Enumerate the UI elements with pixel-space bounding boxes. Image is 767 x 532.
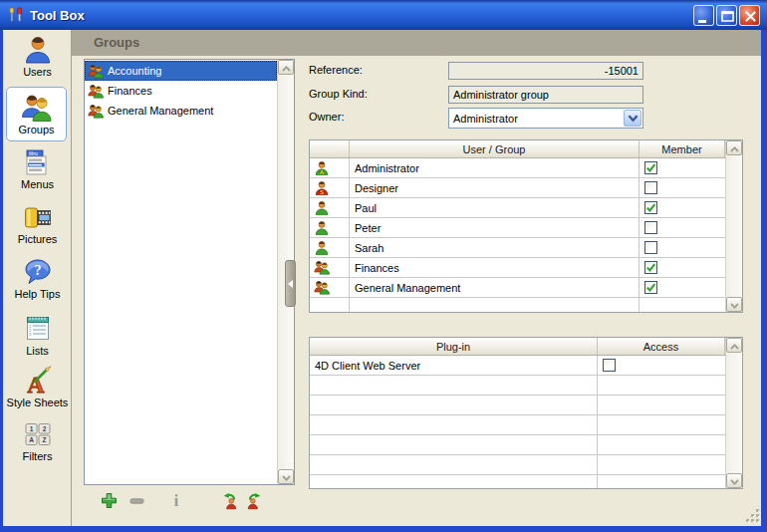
- name-cell: [310, 475, 598, 488]
- user-icon: [310, 218, 350, 237]
- scroll-up-button[interactable]: [726, 140, 742, 155]
- scroll-down-button[interactable]: [726, 297, 742, 312]
- plugins-table-body: 4D Client Web Server: [310, 356, 725, 488]
- name-cell: [310, 455, 598, 474]
- delete-group-button[interactable]: [126, 491, 147, 511]
- sidebar-item-help-tips[interactable]: ?Help Tips: [3, 256, 72, 300]
- icon-column-header: [310, 140, 350, 157]
- member-checkbox[interactable]: [644, 161, 657, 174]
- empty-row: [310, 435, 725, 455]
- members-table-header: User / Group Member: [310, 140, 725, 158]
- chevron-down-icon: [730, 299, 739, 311]
- group-list-item[interactable]: Finances: [85, 81, 277, 101]
- members-table-scrollbar[interactable]: [725, 140, 742, 312]
- member-cell: [639, 198, 725, 217]
- titlebar[interactable]: Tool Box: [0, 0, 767, 30]
- scroll-track[interactable]: [726, 155, 742, 297]
- plugins-table-header: Plug-in Access: [310, 338, 725, 356]
- member-column-header[interactable]: Member: [639, 140, 725, 157]
- members-table-body: AAdministratorSDesignerPaulPeterSarahFin…: [310, 158, 725, 312]
- help-tips-icon: ?: [3, 256, 72, 288]
- access-checkbox[interactable]: [603, 359, 616, 372]
- svg-text:1: 1: [29, 425, 33, 432]
- access-cell: [598, 415, 725, 434]
- members-table-main: User / Group Member AAdministratorSDesig…: [310, 140, 725, 312]
- user-group-name: Paul: [350, 198, 639, 217]
- add-group-button[interactable]: [98, 491, 120, 511]
- user-group-name: Finances: [350, 258, 639, 277]
- group-info-button[interactable]: i: [165, 491, 187, 511]
- user-group-name: Designer: [350, 178, 639, 197]
- resize-grip[interactable]: [746, 509, 760, 525]
- svg-text:A: A: [29, 436, 34, 443]
- member-checkbox[interactable]: [644, 281, 657, 294]
- access-cell: [598, 356, 725, 375]
- minimize-button[interactable]: [693, 5, 714, 26]
- user-group-name: Peter: [350, 218, 639, 237]
- plugin-name: 4D Client Web Server: [310, 356, 598, 375]
- scroll-up-button[interactable]: [278, 60, 294, 75]
- group-list-item[interactable]: General Management: [85, 101, 277, 121]
- sidebar-item-lists[interactable]: 123Lists: [3, 313, 72, 357]
- toolbox-window: Tool Box Groups UsersGroupsMnuMenusPictu…: [0, 0, 767, 532]
- empty-row: [310, 376, 725, 396]
- empty-row: [310, 298, 725, 312]
- reference-field[interactable]: -15001: [448, 62, 643, 80]
- move-user-in-button[interactable]: [245, 491, 267, 511]
- sidebar-item-users[interactable]: Users: [3, 34, 72, 78]
- pane-splitter[interactable]: [285, 260, 296, 307]
- group-small-icon: [310, 258, 350, 277]
- member-cell: [639, 238, 725, 257]
- sidebar-item-style-sheets[interactable]: AStyle Sheets: [3, 365, 72, 408]
- filters-icon: 12AZ: [3, 418, 72, 450]
- member-checkbox[interactable]: [644, 201, 657, 214]
- close-button[interactable]: [739, 5, 760, 26]
- sidebar-item-filters[interactable]: 12AZFilters: [3, 418, 72, 462]
- move-user-out-button[interactable]: [217, 491, 239, 511]
- sidebar-item-label: Users: [3, 66, 72, 78]
- member-checkbox[interactable]: [644, 261, 657, 274]
- scroll-track[interactable]: [726, 353, 742, 473]
- plugins-table: Plug-in Access 4D Client Web Server: [309, 337, 743, 489]
- sidebar-item-groups[interactable]: Groups: [6, 87, 67, 141]
- chevron-down-icon[interactable]: [624, 110, 641, 127]
- user-group-column-header[interactable]: User / Group: [350, 140, 639, 157]
- scroll-down-button[interactable]: [726, 473, 742, 488]
- empty-row: [310, 396, 725, 415]
- group-kind-field[interactable]: Administrator group: [448, 86, 643, 104]
- table-row: Finances: [310, 258, 725, 278]
- group-list-item[interactable]: Accounting: [85, 61, 277, 81]
- group-name: Finances: [108, 85, 152, 97]
- member-checkbox[interactable]: [644, 181, 657, 194]
- toolbox-app-icon: [7, 6, 25, 24]
- table-row: General Management: [310, 278, 725, 298]
- member-cell: [639, 158, 725, 177]
- chevron-down-icon: [282, 471, 291, 483]
- member-checkbox[interactable]: [644, 221, 657, 234]
- owner-combobox[interactable]: Administrator: [448, 108, 643, 129]
- scroll-up-button[interactable]: [726, 338, 742, 353]
- users-icon: [3, 34, 72, 66]
- user-icon: [310, 238, 350, 257]
- maximize-button[interactable]: [716, 5, 737, 26]
- group-list[interactable]: AccountingFinancesGeneral Management: [84, 59, 295, 485]
- access-cell: [598, 376, 725, 395]
- member-cell: [639, 278, 725, 297]
- plugin-column-header[interactable]: Plug-in: [310, 338, 598, 355]
- sidebar-item-menus[interactable]: MnuMenus: [3, 146, 72, 190]
- svg-text:2: 2: [42, 425, 46, 432]
- groups-icon: [7, 92, 66, 124]
- window-body: Groups UsersGroupsMnuMenusPictures?Help …: [3, 30, 761, 526]
- access-cell: [598, 455, 725, 474]
- window-controls: [693, 5, 760, 26]
- table-row: 4D Client Web Server: [310, 356, 725, 376]
- user-group-name: Administrator: [350, 158, 639, 177]
- icon-cell: [310, 298, 350, 312]
- sidebar-item-pictures[interactable]: Pictures: [3, 201, 72, 245]
- member-checkbox[interactable]: [644, 241, 657, 254]
- plugins-table-scrollbar[interactable]: [725, 338, 742, 488]
- table-row: Sarah: [310, 238, 725, 258]
- access-column-header[interactable]: Access: [598, 338, 725, 355]
- svg-text:Z: Z: [42, 436, 46, 443]
- scroll-down-button[interactable]: [278, 469, 294, 484]
